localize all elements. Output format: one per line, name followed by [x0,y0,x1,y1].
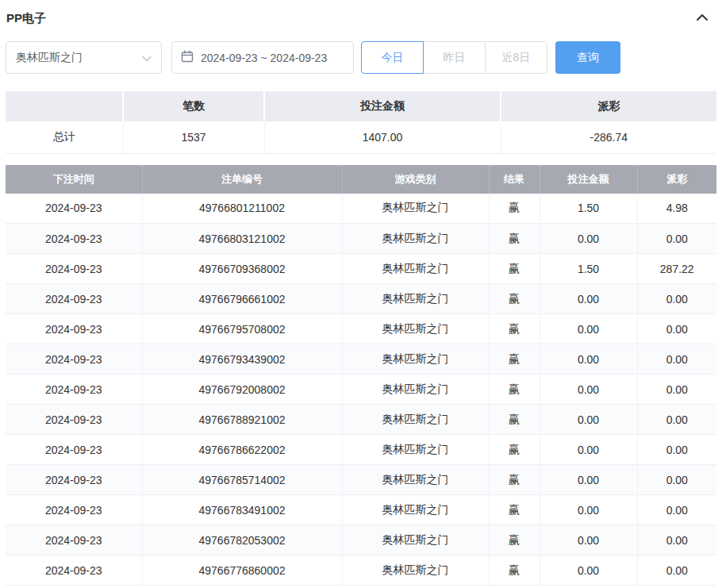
cell-game-type: 奥林匹斯之门 [342,435,489,465]
cell-payout: 0.00 [637,314,716,344]
cell-bet-amount: 0.00 [540,555,637,586]
cell-bet-time: 2024-09-23 [6,344,142,375]
cell-payout: 0.00 [637,555,716,586]
cell-order-id: 49766788921002 [142,405,342,435]
header-result: 结果 [489,165,540,194]
cell-bet-amount: 0.00 [540,435,637,465]
cell-bet-amount: 0.00 [540,405,637,435]
cell-bet-time: 2024-09-23 [6,465,142,495]
summary-total-bet-amount: 1407.00 [264,121,501,153]
cell-bet-time: 2024-09-23 [6,284,142,314]
cell-game-type: 奥林匹斯之门 [342,194,489,224]
table-row: 2024-09-2349766786622002奥林匹斯之门赢0.000.00 [6,435,716,465]
date-range-input[interactable]: 2024-09-23 ~ 2024-09-23 [171,41,354,74]
cell-bet-time: 2024-09-23 [6,375,142,405]
game-select-value: 奥林匹斯之门 [16,51,83,65]
cell-bet-time: 2024-09-23 [6,314,142,344]
header-bet-time: 下注时间 [6,165,142,194]
summary-header-count: 笔数 [123,91,264,121]
cell-bet-time: 2024-09-23 [6,194,142,224]
cell-payout: 4.98 [637,194,716,224]
cell-result: 赢 [489,555,540,586]
table-row: 2024-09-2349766709368002奥林匹斯之门赢1.50287.2… [6,254,716,284]
cell-order-id: 49766785714002 [142,465,342,495]
cell-order-id: 49766801211002 [142,194,342,224]
filter-bar: 奥林匹斯之门 2024-09-23 ~ 2024-09-23 今日 昨日 近8日… [6,41,716,74]
cell-bet-amount: 1.50 [540,194,637,224]
cell-payout: 0.00 [637,375,716,405]
cell-result: 赢 [489,465,540,495]
bets-header-row: 下注时间 注单编号 游戏类别 结果 投注金额 派彩 [6,165,716,194]
cell-bet-amount: 0.00 [540,525,637,555]
cell-result: 赢 [489,314,540,344]
quick-button-last8days[interactable]: 近8日 [485,41,547,74]
table-body: 2024-09-2349766801211002奥林匹斯之门赢1.504.982… [6,194,716,586]
table-row: 2024-09-2349766785714002奥林匹斯之门赢0.000.00 [6,465,716,495]
cell-order-id: 49766795708002 [142,314,342,344]
table-row: 2024-09-2349766792008002奥林匹斯之门赢0.000.00 [6,375,716,405]
cell-bet-time: 2024-09-23 [6,254,142,284]
table-row: 2024-09-2349766793439002奥林匹斯之门赢0.000.00 [6,344,716,375]
table-row: 2024-09-2349766788921002奥林匹斯之门赢0.000.00 [6,405,716,435]
cell-result: 赢 [489,344,540,375]
cell-result: 赢 [489,224,540,254]
cell-game-type: 奥林匹斯之门 [342,405,489,435]
cell-bet-time: 2024-09-23 [6,405,142,435]
cell-result: 赢 [489,405,540,435]
table-row: 2024-09-2349766776860002奥林匹斯之门赢0.000.00 [6,555,716,586]
cell-payout: 0.00 [637,525,716,555]
cell-game-type: 奥林匹斯之门 [342,495,489,525]
summary-total-label: 总计 [6,121,123,153]
table-row: 2024-09-2349766796661002奥林匹斯之门赢0.000.00 [6,284,716,314]
cell-bet-time: 2024-09-23 [6,224,142,254]
quick-button-today[interactable]: 今日 [361,41,424,74]
chevron-down-icon [142,52,152,64]
cell-order-id: 49766796661002 [142,284,342,314]
cell-bet-amount: 0.00 [540,495,637,525]
chevron-up-icon [696,13,709,25]
quick-button-yesterday[interactable]: 昨日 [423,41,486,74]
cell-order-id: 49766782053002 [142,525,342,555]
panel-header: PP电子 [6,6,716,30]
cell-result: 赢 [489,284,540,314]
cell-bet-time: 2024-09-23 [6,435,142,465]
cell-result: 赢 [489,194,540,224]
calendar-icon [181,50,194,65]
cell-bet-amount: 0.00 [540,314,637,344]
table-row: 2024-09-2349766803121002奥林匹斯之门赢0.000.00 [6,224,716,254]
summary-total-row: 总计 1537 1407.00 -286.74 [6,121,716,153]
summary-header-bet-amount: 投注金额 [264,91,501,121]
cell-order-id: 49766783491002 [142,495,342,525]
cell-bet-amount: 0.00 [540,224,637,254]
cell-payout: 0.00 [637,435,716,465]
collapse-button[interactable] [696,13,709,25]
pp-games-panel: PP电子 奥林匹斯之门 2024-09-23 ~ 2024-09-23 今日 昨… [0,0,722,586]
header-order-id: 注单编号 [142,165,342,194]
summary-total-count: 1537 [123,121,264,153]
cell-payout: 287.22 [637,254,716,284]
cell-game-type: 奥林匹斯之门 [342,525,489,555]
summary-header-empty [6,91,123,121]
summary-total-payout: -286.74 [501,121,716,153]
game-select[interactable]: 奥林匹斯之门 [6,41,162,74]
cell-bet-time: 2024-09-23 [6,555,142,586]
cell-game-type: 奥林匹斯之门 [342,344,489,375]
cell-order-id: 49766803121002 [142,224,342,254]
cell-game-type: 奥林匹斯之门 [342,224,489,254]
cell-result: 赢 [489,495,540,525]
cell-bet-amount: 1.50 [540,254,637,284]
cell-result: 赢 [489,375,540,405]
cell-payout: 0.00 [637,344,716,375]
summary-header-row: 笔数 投注金额 派彩 [6,91,716,121]
date-range-value: 2024-09-23 ~ 2024-09-23 [201,52,327,64]
cell-order-id: 49766786622002 [142,435,342,465]
cell-payout: 0.00 [637,284,716,314]
cell-game-type: 奥林匹斯之门 [342,375,489,405]
search-button[interactable]: 查询 [555,41,620,74]
header-bet-amount: 投注金额 [540,165,637,194]
bets-table: 下注时间 注单编号 游戏类别 结果 投注金额 派彩 2024-09-234976… [6,165,716,586]
cell-order-id: 49766709368002 [142,254,342,284]
cell-order-id: 49766776860002 [142,555,342,586]
cell-game-type: 奥林匹斯之门 [342,284,489,314]
cell-result: 赢 [489,525,540,555]
